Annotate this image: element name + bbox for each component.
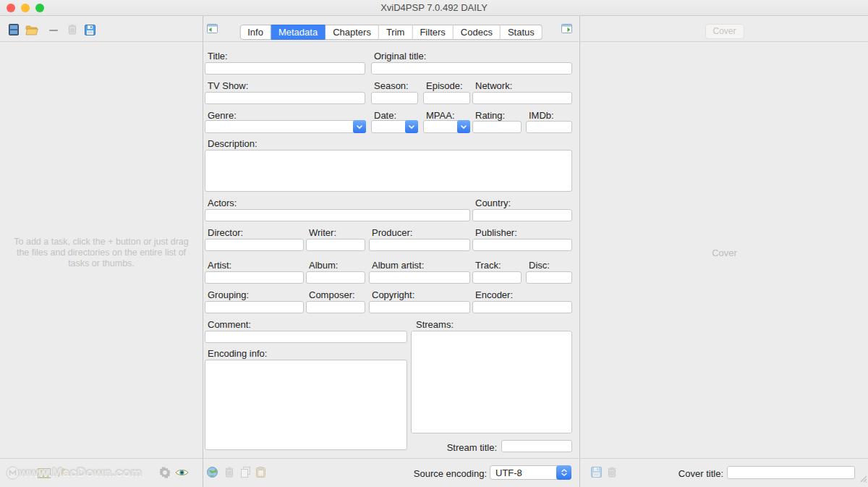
actors-label: Actors: xyxy=(208,198,237,208)
window-title: XviD4PSP 7.0.492 DAILY xyxy=(0,0,868,15)
source-encoding-label: Source encoding: xyxy=(413,468,487,479)
season-label: Season: xyxy=(374,80,409,91)
delete-task-icon[interactable] xyxy=(68,24,77,35)
remove-task-icon[interactable] xyxy=(49,30,58,31)
grouping-input[interactable] xyxy=(205,301,304,313)
collapse-right-panel-icon[interactable] xyxy=(561,24,572,33)
actors-input[interactable] xyxy=(205,209,470,221)
description-label: Description: xyxy=(208,138,258,149)
tab-info[interactable]: Info xyxy=(239,25,271,40)
stream-title-label: Stream title: xyxy=(416,442,497,453)
director-input[interactable] xyxy=(205,239,304,251)
date-combobox[interactable] xyxy=(371,120,418,133)
publisher-input[interactable] xyxy=(472,239,572,251)
producer-input[interactable] xyxy=(369,239,470,251)
circled-m-icon xyxy=(6,466,20,480)
composer-label: Composer: xyxy=(309,289,355,300)
tab-status[interactable]: Status xyxy=(501,25,542,40)
cover-toolbar: Cover xyxy=(580,16,868,42)
season-input[interactable] xyxy=(371,92,418,104)
cover-title-input[interactable] xyxy=(727,466,855,479)
country-input[interactable] xyxy=(472,209,572,221)
copy-metadata-icon[interactable] xyxy=(240,467,251,478)
open-folder-icon[interactable] xyxy=(25,25,38,35)
resize-grip[interactable] xyxy=(858,473,867,486)
chevron-down-icon[interactable] xyxy=(457,120,470,133)
network-input[interactable] xyxy=(472,92,572,104)
rating-label: Rating: xyxy=(475,110,505,121)
app-window: XviD4PSP 7.0.492 DAILY To add a task, cl… xyxy=(0,0,868,487)
writer-input[interactable] xyxy=(306,239,365,251)
web-search-globe-icon[interactable] xyxy=(207,467,218,478)
task-bottom-toolbar: www.MacDown.com xyxy=(0,458,203,487)
network-label: Network: xyxy=(475,80,512,91)
clear-metadata-trash-icon[interactable] xyxy=(225,467,234,478)
imdb-input[interactable] xyxy=(526,121,572,133)
title-input[interactable] xyxy=(205,62,365,75)
pencil-icon[interactable] xyxy=(55,467,67,478)
task-list-panel: To add a task, click the + button or jus… xyxy=(0,16,203,487)
paste-metadata-icon[interactable] xyxy=(256,467,265,478)
source-encoding-value: UTF-8 xyxy=(495,467,522,478)
rating-input[interactable] xyxy=(472,121,522,133)
mpaa-combobox[interactable] xyxy=(423,120,470,133)
tab-filters[interactable]: Filters xyxy=(412,25,453,40)
stream-title-input[interactable] xyxy=(501,440,572,452)
grouping-label: Grouping: xyxy=(208,289,249,300)
description-textarea[interactable] xyxy=(205,150,572,192)
add-task-icon[interactable] xyxy=(9,24,19,35)
tab-codecs[interactable]: Codecs xyxy=(454,25,501,40)
copyright-input[interactable] xyxy=(369,301,470,313)
genre-label: Genre: xyxy=(208,110,237,121)
chevron-up-down-icon[interactable] xyxy=(556,465,571,480)
copyright-label: Copyright: xyxy=(372,289,414,300)
delete-cover-trash-icon[interactable] xyxy=(608,467,616,478)
save-task-icon[interactable] xyxy=(85,25,95,35)
mpaa-label: MPAA: xyxy=(426,110,455,121)
picture-icon[interactable] xyxy=(38,468,51,478)
artist-input[interactable] xyxy=(205,271,304,284)
comment-label: Comment: xyxy=(208,319,251,330)
metadata-panel: Info Metadata Chapters Trim Filters Code… xyxy=(203,16,579,487)
original-title-input[interactable] xyxy=(371,62,572,75)
chevron-down-icon[interactable] xyxy=(405,120,418,133)
metadata-bottom-toolbar: Source encoding: UTF-8 xyxy=(203,458,579,487)
tab-trim[interactable]: Trim xyxy=(379,25,413,40)
album-artist-input[interactable] xyxy=(369,271,470,284)
album-label: Album: xyxy=(309,260,338,271)
country-label: Country: xyxy=(475,198,511,208)
tab-metadata[interactable]: Metadata xyxy=(271,25,326,40)
tv-show-input[interactable] xyxy=(205,92,365,104)
encoding-info-textarea[interactable] xyxy=(205,360,407,450)
cover-button[interactable]: Cover xyxy=(705,24,744,39)
preview-eye-icon[interactable] xyxy=(175,468,189,477)
tv-show-label: TV Show: xyxy=(208,80,248,91)
genre-combobox[interactable] xyxy=(205,120,366,133)
comment-input[interactable] xyxy=(205,331,407,343)
collapse-left-panel-icon[interactable] xyxy=(207,24,218,33)
chevron-down-icon[interactable] xyxy=(353,120,366,133)
tab-chapters[interactable]: Chapters xyxy=(326,25,379,40)
task-list-placeholder: To add a task, click the + button or jus… xyxy=(0,237,203,269)
cover-title-label: Cover title: xyxy=(676,468,723,479)
disc-input[interactable] xyxy=(526,271,572,284)
encoding-info-label: Encoding info: xyxy=(208,348,267,359)
imdb-label: IMDb: xyxy=(529,110,554,121)
writer-label: Writer: xyxy=(309,227,336,238)
album-input[interactable] xyxy=(306,271,365,284)
task-toolbar xyxy=(0,16,203,42)
track-input[interactable] xyxy=(472,271,522,284)
episode-label: Episode: xyxy=(426,80,463,91)
source-encoding-select[interactable]: UTF-8 xyxy=(490,465,571,480)
tabs-toolbar: Info Metadata Chapters Trim Filters Code… xyxy=(203,16,579,42)
encoder-label: Encoder: xyxy=(475,289,513,300)
composer-input[interactable] xyxy=(306,301,365,313)
publisher-label: Publisher: xyxy=(475,227,517,238)
gear-icon[interactable] xyxy=(158,466,171,479)
streams-list[interactable] xyxy=(411,331,572,433)
encoder-input[interactable] xyxy=(472,301,572,313)
album-artist-label: Album artist: xyxy=(372,260,424,271)
artist-label: Artist: xyxy=(208,260,231,271)
episode-input[interactable] xyxy=(423,92,470,104)
save-cover-icon[interactable] xyxy=(591,467,602,478)
